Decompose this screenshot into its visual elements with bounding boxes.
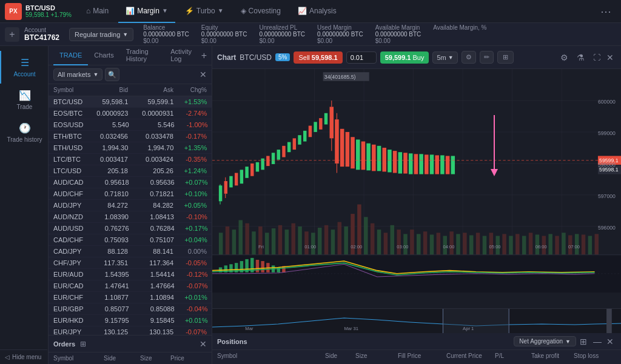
market-bid: 0.032456: [82, 133, 128, 140]
positions-close-icon[interactable]: ✕: [604, 336, 616, 348]
market-row[interactable]: EUR/HKD 9.15795 9.15845 +0.01%: [49, 315, 212, 326]
market-row[interactable]: EUR/GBP 0.85077 0.85088 -0.04%: [49, 303, 212, 315]
market-bid: 117.351: [82, 259, 128, 266]
market-bid: 9.15795: [84, 317, 129, 324]
timeframe-select[interactable]: 5m ▼: [432, 51, 457, 64]
metric-balance-label: Balance: [143, 24, 189, 31]
svg-rect-44: [410, 230, 414, 258]
sell-button[interactable]: Sell 59,598.1: [294, 51, 342, 64]
tab-charts[interactable]: Charts: [88, 46, 119, 65]
chart-toolbar: Chart BTC/USD 5% Sell 59,598.1 59,599.1 …: [212, 46, 621, 69]
panel-tab-add[interactable]: +: [201, 50, 207, 61]
market-ask: 0.85088: [129, 305, 175, 313]
market-symbol: EUR/HKD: [53, 317, 84, 324]
logo-icon: PX: [5, 3, 22, 20]
tab-trade[interactable]: TRADE: [53, 46, 88, 65]
sidebar-item-account[interactable]: ☰ Account: [0, 51, 48, 84]
chart-flask-icon[interactable]: ⚗: [574, 51, 587, 64]
tab-activity-log[interactable]: Activity Log: [164, 46, 201, 65]
market-row[interactable]: EUR/JPY 130.125 130.135 -0.07%: [49, 326, 212, 335]
svg-rect-93: [303, 131, 306, 142]
market-row[interactable]: EUR/AUD 1.54395 1.54414 -0.12%: [49, 269, 212, 280]
search-btn[interactable]: 🔍: [105, 68, 119, 81]
market-row[interactable]: CHF/JPY 117.351 117.364 -0.05%: [49, 257, 212, 269]
market-bid: 130.125: [82, 328, 128, 335]
metric-amp-label: Available Margin, %: [433, 24, 486, 31]
orders-expand-icon[interactable]: ⊞: [80, 340, 86, 348]
nav-more-dots[interactable]: ⋯: [596, 5, 616, 18]
market-ask: 0.003424: [128, 156, 173, 163]
market-row[interactable]: LTC/USD 205.18 205.26 +1.24%: [49, 165, 212, 177]
market-symbol: EOS/BTC: [53, 110, 82, 117]
market-chg: +0.01%: [174, 294, 207, 301]
market-symbol: AUD/NZD: [53, 213, 83, 220]
positions-expand-icon[interactable]: ⊞: [576, 336, 591, 348]
hide-menu[interactable]: ◁ Hide menu: [0, 349, 47, 364]
market-row[interactable]: AUD/CHF 0.71810 0.71821 +0.10%: [49, 188, 212, 200]
market-chg: -0.12%: [175, 271, 208, 278]
nav-item-covesting[interactable]: ◈ Covesting: [233, 0, 288, 23]
market-row[interactable]: ETH/BTC 0.032456 0.033478 -0.17%: [49, 131, 212, 142]
market-row[interactable]: EOS/USD 5.540 5.546 -1.00%: [49, 119, 212, 131]
positions-minimize-icon[interactable]: —: [591, 336, 604, 348]
chart-bar-icon: 📊: [126, 7, 135, 15]
sidebar-item-trade[interactable]: 📉 Trade: [0, 84, 48, 116]
ticker-price: 59,598.1 +1.79%: [25, 12, 72, 18]
mini-chart[interactable]: Mar Mar 31 Apr 1: [212, 308, 621, 333]
orders-panel: Orders ⊞ ✕ Symbol Side Size Price: [49, 335, 212, 364]
market-row[interactable]: AUD/NZD 1.08390 1.08413 -0.10%: [49, 211, 212, 223]
chart-drawing-btn[interactable]: ✏: [480, 51, 494, 64]
market-row[interactable]: EUR/CHF 1.10877 1.10894 +0.01%: [49, 292, 212, 303]
svg-rect-164: [212, 309, 621, 333]
chart-indicators-btn[interactable]: ⚙: [462, 51, 476, 64]
svg-rect-94: [309, 126, 312, 137]
market-bid: 5.540: [84, 121, 129, 128]
chart-settings-icon[interactable]: ⚙: [558, 51, 571, 64]
net-aggregation-btn[interactable]: Net Aggregation ▼: [514, 336, 576, 346]
market-ask: 9.15845: [129, 317, 175, 324]
svg-text:34(401685.5): 34(401685.5): [324, 74, 356, 80]
market-row[interactable]: EOS/BTC 0.0000923 0.0000931 -2.74%: [49, 108, 212, 119]
market-chg: -0.17%: [173, 133, 207, 140]
market-row[interactable]: ETH/USD 1,994.30 1,994.70 +1.35%: [49, 142, 212, 154]
nav-item-main[interactable]: ⌂ Main: [79, 0, 116, 23]
market-row[interactable]: AUD/JPY 84.272 84.282 +0.05%: [49, 200, 212, 211]
sidebar-item-trade-history[interactable]: 🕐 Trade history: [0, 116, 48, 149]
market-row[interactable]: LTC/BTC 0.003417 0.003424 -0.35%: [49, 154, 212, 165]
right-area: Chart BTC/USD 5% Sell 59,598.1 59,599.1 …: [212, 46, 621, 364]
metric-avail-margin-pct: Available Margin, %: [433, 24, 486, 44]
market-row[interactable]: EUR/CAD 1.47641 1.47664 -0.07%: [49, 280, 212, 292]
amount-input[interactable]: [346, 51, 377, 64]
trading-type-select[interactable]: Regular trading ▼: [69, 28, 133, 41]
sub-nav-add[interactable]: +: [5, 27, 19, 42]
svg-rect-40: [384, 233, 388, 258]
chart-expand-btn[interactable]: ⊞: [497, 51, 514, 64]
market-bid: 1.47641: [84, 282, 129, 290]
chart-maximize-icon[interactable]: ⛶: [593, 53, 600, 62]
nav-item-margin[interactable]: 📊 Margin ▼: [118, 0, 175, 23]
svg-rect-87: [272, 153, 275, 164]
market-close-btn[interactable]: ✕: [200, 70, 207, 79]
market-filter-select[interactable]: All markets ▼: [53, 68, 102, 81]
nav-item-analysis[interactable]: 📈 Analysis: [290, 0, 344, 23]
metric-balance-value: 0.00000000 BTC: [143, 31, 189, 38]
market-symbol: ETH/USD: [53, 144, 82, 151]
market-chg: +1.35%: [173, 144, 207, 151]
svg-text:02:00: 02:00: [351, 244, 362, 250]
svg-rect-51: [456, 234, 460, 258]
tab-trading-history[interactable]: Trading History: [120, 46, 164, 65]
market-row[interactable]: AUD/CAD 0.95618 0.95636 +0.07%: [49, 177, 212, 188]
buy-button[interactable]: 59,599.1 Buy: [380, 51, 429, 64]
market-row[interactable]: AUD/USD 0.76276 0.76284 +0.17%: [49, 223, 212, 234]
market-row[interactable]: CAD/JPY 88.128 88.141 0.00%: [49, 246, 212, 257]
chart-close-icon[interactable]: ✕: [604, 51, 616, 64]
orders-close-btn[interactable]: ✕: [200, 339, 207, 349]
market-bid: 0.95618: [84, 179, 129, 186]
svg-rect-114: [393, 151, 397, 173]
market-ask: 59,599.1: [128, 98, 173, 105]
market-row[interactable]: CAD/CHF 0.75093 0.75107 +0.04%: [49, 234, 212, 246]
orders-cols: Symbol Side Size Price: [49, 352, 212, 364]
market-symbol: AUD/USD: [53, 225, 84, 232]
market-row[interactable]: BTC/USD 59,598.1 59,599.1 +1.53%: [49, 96, 212, 108]
nav-item-turbo[interactable]: ⚡ Turbo ▼: [178, 0, 231, 23]
